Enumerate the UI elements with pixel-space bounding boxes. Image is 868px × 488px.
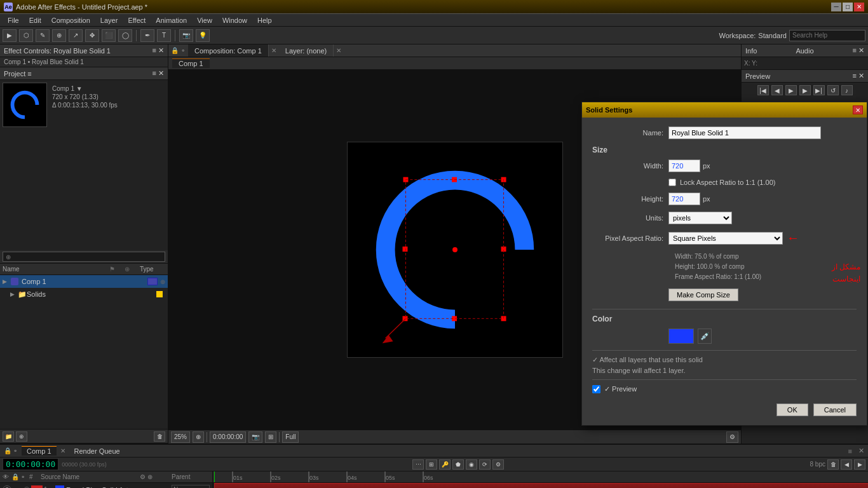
menu-view[interactable]: View [192,15,217,25]
layer-vis-btn[interactable]: 👁 [3,485,11,489]
toolbar-btn-text[interactable]: T [157,29,171,42]
layer-lock-btn[interactable] [13,485,22,489]
comp-tab-close[interactable]: ✕ [269,47,279,54]
timeline-tab-comp[interactable]: Comp 1 [22,446,57,456]
make-comp-size-btn[interactable]: Make Comp Size [668,288,738,301]
info-values: X: Y: [744,60,865,67]
play-btn[interactable]: ▶ [785,85,797,95]
toolbar-btn-light[interactable]: 💡 [196,29,210,42]
go-end-btn[interactable]: ▶| [813,85,825,95]
tree-col-icon1: ⚑ [109,266,125,273]
project-search-input[interactable] [3,252,165,262]
timecode-display[interactable]: 0:00:00:00 [3,458,58,470]
menu-help[interactable]: Help [252,15,277,25]
tl-btn-4[interactable]: ⬟ [452,459,464,470]
menu-effect[interactable]: Effect [123,15,151,25]
ok-btn[interactable]: OK [776,403,808,416]
tl-btn-5[interactable]: ◉ [466,459,477,470]
step-fwd-btn[interactable]: ▶ [799,85,811,95]
tl-btn-3[interactable]: 🔑 [439,459,451,470]
tl-btn-2[interactable]: ⊞ [426,459,437,470]
color-row: 💉 [668,329,857,344]
toolbar-btn-1[interactable]: ▶ [3,29,17,42]
layer-solo-btn[interactable] [22,485,31,489]
cancel-btn[interactable]: Cancel [813,403,857,416]
view-quality[interactable]: Full [282,431,299,443]
new-folder-btn[interactable]: 📁 [3,431,14,442]
toolbar-btn-7[interactable]: ⬛ [102,29,116,42]
viewer-settings-btn[interactable]: ⚙ [726,431,738,443]
menu-window[interactable]: Window [217,15,252,25]
delete-btn[interactable]: 🗑 [154,431,165,442]
workspace-value[interactable]: Standard [758,32,787,39]
audio-btn[interactable]: ♪ [841,85,853,95]
zoom-selector[interactable]: 25% [171,431,190,443]
tl-btn-7[interactable]: ⚙ [492,459,504,470]
zoom-fit-btn[interactable]: ⊕ [193,431,204,443]
menu-edit[interactable]: Edit [24,15,46,25]
toolbar-btn-3[interactable]: ✎ [36,29,50,42]
preview-checkbox[interactable] [592,385,600,393]
parent-dropdown[interactable]: None [172,485,210,489]
new-comp-btn[interactable]: ⊕ [16,431,27,442]
color-swatch[interactable] [668,329,694,344]
timeline-close-icon[interactable]: ✕ [858,447,864,455]
help-search[interactable] [789,30,865,41]
grid-icon[interactable]: ⊞ [265,431,276,443]
layer-track-bar[interactable] [214,483,868,488]
close-button[interactable]: ✕ [854,3,864,11]
menu-file[interactable]: File [3,15,24,25]
info-panel-menu[interactable]: ≡ [853,46,857,55]
go-start-btn[interactable]: |◀ [757,85,769,95]
comp-subtab-comp1[interactable]: Comp 1 [172,58,210,68]
tl-arrow-right[interactable]: ▶ [854,459,865,470]
timeline-tab-render[interactable]: Render Queue [69,447,125,456]
project-panel-menu[interactable]: ≡ [153,69,156,78]
toolbar-btn-pen[interactable]: ✒ [140,29,154,42]
comp-solo-icon: ⚬ [180,47,186,54]
timeline-menu-icon[interactable]: ≡ [848,447,852,455]
camera-icon[interactable]: 📷 [248,431,262,443]
eyedropper-btn[interactable]: 💉 [698,329,712,344]
step-back-btn[interactable]: ◀ [771,85,783,95]
tree-item-solids[interactable]: ▶ 📁 Solids [0,288,168,301]
preview-close-icon[interactable]: ✕ [858,72,864,80]
toolbar-btn-4[interactable]: ⊕ [52,29,66,42]
menu-composition[interactable]: Composition [46,15,95,25]
lock-aspect-checkbox[interactable] [668,179,676,186]
layer-row-1[interactable]: 👁 1 Royal Blue Solid 1 ⚙ ⊕ → △ None [0,483,212,488]
panel-menu-icon[interactable]: ≡ [153,46,156,55]
name-input[interactable] [668,126,821,139]
timecode-display[interactable]: 0:00:00:00 [210,431,246,443]
height-input[interactable] [668,193,700,205]
layer-tab[interactable]: Layer: (none) [279,44,334,57]
maximize-button[interactable]: □ [843,3,853,11]
project-header: Project ≡ ≡ ✕ [0,67,168,80]
tl-delete-btn[interactable]: 🗑 [827,459,839,470]
menu-layer[interactable]: Layer [95,15,123,25]
pixel-aspect-select[interactable]: Square Pixels D1/DV NTSC D1/DV PAL [668,232,783,245]
width-input[interactable] [668,159,700,172]
menu-animation[interactable]: Animation [151,15,192,25]
toolbar-btn-8[interactable]: ◯ [118,29,132,42]
toolbar-btn-5[interactable]: ↗ [69,29,83,42]
toolbar-btn-cam[interactable]: 📷 [179,29,193,42]
pixel-aspect-container: Square Pixels D1/DV NTSC D1/DV PAL ← [668,231,799,245]
minimize-button[interactable]: ─ [831,3,841,11]
toolbar-btn-2[interactable]: ⬡ [19,29,33,42]
layer-tab-close[interactable]: ✕ [334,47,344,54]
panel-close-icon[interactable]: ✕ [158,46,164,55]
tl-arrow-left[interactable]: ◀ [841,459,852,470]
tl-btn-6[interactable]: ⟳ [479,459,491,470]
tree-item-comp1[interactable]: ▶ Comp 1 ⊕ [0,275,168,288]
project-panel-close[interactable]: ✕ [158,69,164,78]
units-select[interactable]: pixels percent [668,212,732,224]
info-panel-close[interactable]: ✕ [858,46,864,55]
loop-btn[interactable]: ↺ [827,85,839,95]
composition-tab[interactable]: Composition: Comp 1 [188,44,269,57]
timeline-comp-close[interactable]: ✕ [60,447,65,454]
preview-menu-icon[interactable]: ≡ [853,72,857,80]
dialog-close-btn[interactable]: ✕ [853,105,863,114]
tl-btn-1[interactable]: ⋯ [412,459,424,470]
toolbar-btn-6[interactable]: ✥ [85,29,99,42]
